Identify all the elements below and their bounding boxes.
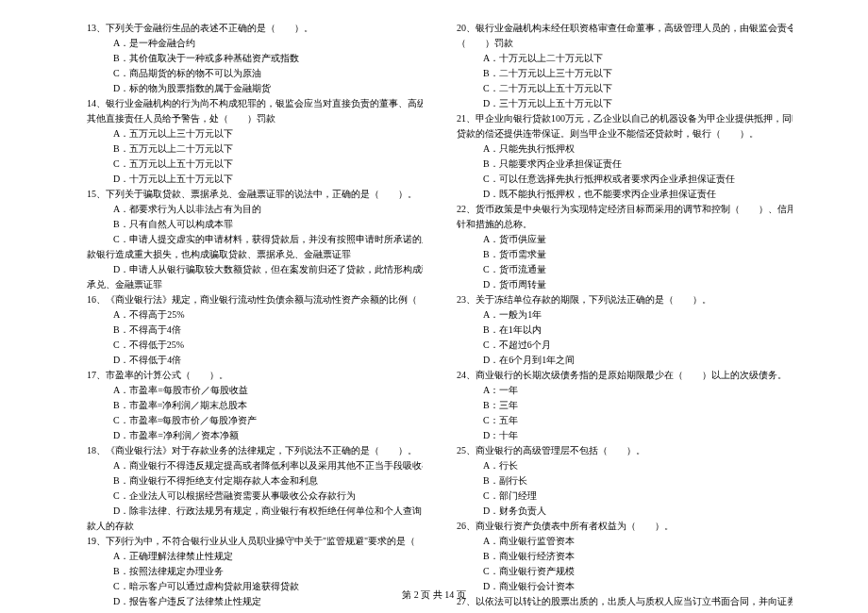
q23-stem: 23、关于冻结单位存款的期限，下列说法正确的是（ ）。 — [457, 292, 793, 307]
q15-opt-b: B．只有自然人可以构成本罪 — [87, 217, 423, 232]
q13-opt-b: B．其价值取决于一种或多种基础资产或指数 — [87, 51, 423, 66]
q13-opt-d: D．标的物为股票指数的属于金融期货 — [87, 81, 423, 96]
q15-opt-d: D．申请人从银行骗取较大数额贷款，但在案发前归还了贷款，此情形构成骗取贷款、票据 — [87, 262, 423, 277]
q15-opt-c: C．申请人提交虚实的申请材料，获得贷款后，并没有按照申请时所承诺的用途使用，给贷 — [87, 232, 423, 247]
q18-opt-c: C．企业法人可以根据经营融资需要从事吸收公众存款行为 — [87, 489, 423, 504]
q16-opt-c: C．不得低于25% — [87, 338, 423, 353]
q19-opt-b: B．按照法律规定办理业务 — [87, 564, 423, 579]
q18-opt-a: A．商业银行不得违反规定提高或者降低利率以及采用其他不正当手段吸收存款 — [87, 458, 423, 473]
q17-opt-a: A．市盈率=每股市价／每股收益 — [87, 383, 423, 398]
q24-stem: 24、商业银行的长期次级债务指的是原始期限最少在（ ）以上的次级债务。 — [457, 368, 793, 383]
left-column: 13、下列关于金融衍生品的表述不正确的是（ ）。 A．是一种金融合约 B．其价值… — [87, 21, 423, 609]
q20-opt-b: B．二十万元以上三十万元以下 — [457, 66, 793, 81]
page-columns: 13、下列关于金融衍生品的表述不正确的是（ ）。 A．是一种金融合约 B．其价值… — [87, 21, 793, 609]
q23-opt-d: D．在6个月到1年之间 — [457, 353, 793, 368]
q20-stem: 20、银行业金融机构未经任职资格审查任命董事，高级管理人员的，由银监会责令改正，… — [457, 21, 793, 36]
q23-opt-b: B．在1年以内 — [457, 323, 793, 338]
q15-opt-a: A．都要求行为人以非法占有为目的 — [87, 202, 423, 217]
q26-opt-b: B．商业银行经济资本 — [457, 549, 793, 564]
q16-opt-d: D．不得低于4倍 — [87, 353, 423, 368]
q21-stem: 21、甲企业向银行贷款100万元，乙企业以自己的机器设备为甲企业提供抵押，同时丙… — [457, 111, 793, 126]
q17-stem: 17、市盈率的计算公式（ ）。 — [87, 368, 423, 383]
q21-opt-c: C．可以任意选择先执行抵押权或者要求丙企业承担保证责任 — [457, 172, 793, 187]
q16-stem: 16、《商业银行法》规定，商业银行流动性负债余额与流动性资产余额的比例（ ）。 — [87, 292, 423, 307]
q16-opt-b: B．不得高于4倍 — [87, 323, 423, 338]
q24-opt-a: A：一年 — [457, 383, 793, 398]
q17-opt-b: B．市盈率=净利润／期末总股本 — [87, 398, 423, 413]
page-footer: 第 2 页 共 14 页 — [0, 588, 868, 602]
q14-opt-a: A．五万元以上三十万元以下 — [87, 126, 423, 141]
q14-opt-b: B．五万元以上二十万元以下 — [87, 141, 423, 157]
q21-opt-d: D．既不能执行抵押权，也不能要求丙企业承担保证责任 — [457, 187, 793, 202]
q20-stem-cont: （ ）罚款 — [457, 36, 793, 51]
q21-stem-cont: 贷款的偿还提供连带保证。则当甲企业不能偿还贷款时，银行（ ）。 — [457, 126, 793, 141]
q26-opt-a: A．商业银行监管资本 — [457, 534, 793, 549]
q13-opt-c: C．商品期货的标的物不可以为原油 — [87, 66, 423, 81]
q13-opt-a: A．是一种金融合约 — [87, 36, 423, 51]
q15-opt-d-cont: 承兑、金融票证罪 — [87, 277, 423, 292]
q23-opt-c: C．不超过6个月 — [457, 338, 793, 353]
q23-opt-a: A．一般为1年 — [457, 307, 793, 323]
right-column: 20、银行业金融机构未经任职资格审查任命董事，高级管理人员的，由银监会责令改正，… — [457, 21, 793, 609]
q24-opt-b: B：三年 — [457, 398, 793, 413]
q20-opt-c: C．二十万元以上五十万元以下 — [457, 81, 793, 96]
q18-opt-d-cont: 款人的存款 — [87, 519, 423, 534]
q25-opt-a: A．行长 — [457, 458, 793, 473]
q16-opt-a: A．不得高于25% — [87, 307, 423, 323]
q21-opt-b: B．只能要求丙企业承担保证责任 — [457, 157, 793, 172]
q25-opt-c: C．部门经理 — [457, 489, 793, 504]
q13-stem: 13、下列关于金融衍生品的表述不正确的是（ ）。 — [87, 21, 423, 36]
q22-opt-d: D．货币周转量 — [457, 277, 793, 292]
q20-opt-a: A．十万元以上二十万元以下 — [457, 51, 793, 66]
q14-stem-cont: 其他直接责任人员给予警告，处（ ）罚款 — [87, 111, 423, 126]
q26-opt-c: C．商业银行资产规模 — [457, 564, 793, 579]
q22-opt-a: A．货币供应量 — [457, 232, 793, 247]
q14-stem: 14、银行业金融机构的行为尚不构成犯罪的，银监会应当对直接负责的董事、高级管理人… — [87, 96, 423, 111]
q17-opt-d: D．市盈率=净利润／资本净额 — [87, 428, 423, 443]
q14-opt-d: D．十万元以上五十万元以下 — [87, 172, 423, 187]
q17-opt-c: C．市盈率=每股市价／每股净资产 — [87, 413, 423, 428]
q15-opt-c-cont: 款银行造成重大损失，也构成骗取贷款、票据承兑、金融票证罪 — [87, 247, 423, 262]
q18-stem: 18、《商业银行法》对于存款业务的法律规定，下列说法不正确的是（ ）。 — [87, 443, 423, 458]
q25-opt-d: D．财务负责人 — [457, 504, 793, 519]
q22-opt-c: C．货币流通量 — [457, 262, 793, 277]
q24-opt-d: D：十年 — [457, 428, 793, 443]
q18-opt-b: B．商业银行不得拒绝支付定期存款人本金和利息 — [87, 473, 423, 489]
q24-opt-c: C：五年 — [457, 413, 793, 428]
q18-opt-d: D．除非法律、行政法规另有规定，商业银行有权拒绝任何单位和个人查询、冻结、扣划存 — [87, 504, 423, 519]
q19-opt-a: A．正确理解法律禁止性规定 — [87, 549, 423, 564]
q20-opt-d: D．三十万元以上五十万元以下 — [457, 96, 793, 111]
q15-stem: 15、下列关于骗取贷款、票据承兑、金融票证罪的说法中，正确的是（ ）。 — [87, 187, 423, 202]
q21-opt-a: A．只能先执行抵押权 — [457, 141, 793, 157]
q22-stem-cont: 针和措施的总称。 — [457, 217, 793, 232]
q26-stem: 26、商业银行资产负债表中所有者权益为（ ）。 — [457, 519, 793, 534]
q25-opt-b: B．副行长 — [457, 473, 793, 489]
q14-opt-c: C．五万元以上五十万元以下 — [87, 157, 423, 172]
q25-stem: 25、商业银行的高级管理层不包括（ ）。 — [457, 443, 793, 458]
q19-stem: 19、下列行为中，不符合银行业从业人员职业操守中关于"监管规避"要求的是（ ）。 — [87, 534, 423, 549]
q22-stem: 22、货币政策是中央银行为实现特定经济目标而采用的调节和控制（ ）、信用及利率的… — [457, 202, 793, 217]
q22-opt-b: B．货币需求量 — [457, 247, 793, 262]
